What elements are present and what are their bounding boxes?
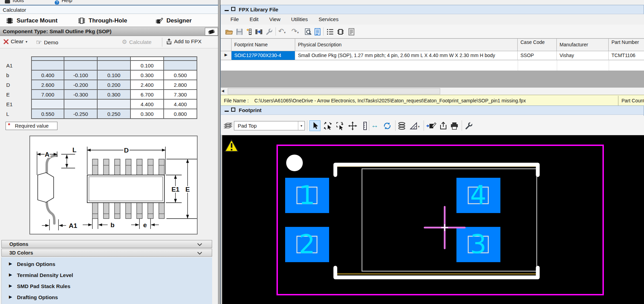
dim-cell[interactable]: 7.300	[164, 90, 197, 100]
pin1-marker[interactable]	[286, 155, 303, 171]
dim-cell[interactable]: 0.300	[98, 90, 131, 100]
dropdown-arrow-icon[interactable]: ▾	[298, 121, 305, 130]
dim-cell[interactable]	[64, 56, 98, 61]
dim-cell[interactable]	[131, 56, 164, 61]
cell-case-code[interactable]: SSOP	[518, 51, 557, 60]
view-report-button[interactable]	[314, 28, 322, 36]
section-3d-colors[interactable]: 3D Colors	[1, 249, 212, 257]
tree-item-smd-pad-stack[interactable]: ▶ SMD Pad Stack Rules	[2, 283, 212, 291]
multi-select-tool[interactable]	[323, 121, 332, 130]
minimize-icon[interactable]	[225, 10, 229, 11]
add-to-fpx-button[interactable]: Add to FPX	[166, 38, 201, 45]
import-part-button[interactable]	[255, 28, 263, 36]
dim-cell[interactable]	[64, 100, 98, 109]
rotate-tool[interactable]	[383, 121, 392, 130]
dim-cell[interactable]: 0.800	[164, 109, 197, 119]
menu-view[interactable]: View	[269, 16, 280, 25]
menu-edit[interactable]: Edit	[250, 16, 258, 25]
open-file-button[interactable]	[225, 28, 233, 36]
menu-help[interactable]: Help	[62, 0, 72, 3]
tab-designer[interactable]: Designer	[155, 16, 192, 25]
dim-cell[interactable]	[164, 56, 197, 61]
dim-cell[interactable]: -0.300	[64, 90, 98, 100]
dim-cell[interactable]	[98, 61, 131, 71]
dim-cell[interactable]: 6.700	[131, 90, 164, 100]
dim-cell[interactable]: 0.300	[131, 71, 164, 80]
courtyard-outline[interactable]	[277, 145, 603, 295]
print-preview-button[interactable]	[304, 28, 312, 36]
panel-splitter[interactable]	[218, 0, 220, 304]
expand-triangle-icon[interactable]: ▶	[9, 295, 12, 299]
expand-triangle-icon[interactable]: ▶	[9, 273, 12, 277]
redo-button[interactable]: ↷▾	[291, 27, 299, 35]
dim-cell[interactable]: 2.800	[164, 80, 197, 90]
warning-icon[interactable]	[225, 140, 238, 151]
dim-cell[interactable]: 2.400	[131, 80, 164, 90]
tab-through-hole[interactable]: Through-Hole	[78, 16, 127, 25]
menu-utilities[interactable]: Utilities	[291, 16, 308, 25]
dim-cell[interactable]: 0.250	[98, 109, 131, 119]
menu-file[interactable]: File	[230, 16, 239, 25]
list-view-button[interactable]	[326, 28, 334, 36]
cell-manufacturer[interactable]: Vishay	[557, 51, 609, 60]
cell-footprint-name[interactable]: SOIC127P700X230-4	[232, 51, 295, 60]
col-part-number[interactable]: Part Number	[609, 39, 644, 51]
minimize-icon[interactable]	[225, 111, 229, 112]
row-selector[interactable]: ▶	[221, 51, 232, 60]
component-picker-button[interactable]	[205, 28, 218, 36]
tree-item-drafting-options[interactable]: ▶ Drafting Options	[2, 294, 212, 302]
clear-button[interactable]: Clear ▾	[3, 38, 27, 45]
demo-button[interactable]: ☞ Demo	[36, 38, 58, 46]
dim-cell[interactable]	[164, 61, 197, 71]
edit-footprint-tool[interactable]	[426, 121, 437, 130]
dim-cell[interactable]	[31, 56, 64, 61]
dim-cell[interactable]	[64, 61, 98, 71]
clear-dropdown-caret[interactable]: ▾	[26, 40, 27, 44]
col-manufacturer[interactable]: Manufacturer	[557, 39, 609, 51]
section-options[interactable]: Options	[1, 240, 212, 248]
dim-cell[interactable]: 0.100	[98, 71, 131, 80]
dim-cell[interactable]: -0.250	[64, 109, 98, 119]
angle-tool[interactable]: ▾	[409, 121, 421, 130]
dim-cell[interactable]: 0.300	[131, 109, 164, 119]
col-footprint-name[interactable]: Footprint Name	[232, 39, 295, 51]
dim-cell[interactable]	[98, 100, 131, 109]
menu-services[interactable]: Services	[319, 16, 339, 25]
dim-cell[interactable]: -0.200	[64, 80, 98, 90]
tree-item-design-options[interactable]: ▶ Design Options	[2, 260, 212, 269]
layer-stack-tool[interactable]	[397, 121, 406, 130]
tab-surface-mount[interactable]: Surface Mount	[6, 16, 57, 25]
col-physical-description[interactable]: Physical Description	[295, 39, 518, 51]
datasheet-button[interactable]	[347, 28, 356, 36]
dim-cell[interactable]	[98, 56, 131, 61]
move-tool[interactable]	[348, 121, 357, 130]
expand-triangle-icon[interactable]: ▶	[9, 284, 12, 288]
settings-wrench-tool[interactable]	[464, 121, 473, 130]
expand-triangle-icon[interactable]: ▶	[9, 261, 12, 266]
measure-tool[interactable]	[361, 121, 370, 130]
new-part-button[interactable]: ★	[246, 28, 254, 36]
dim-cell[interactable]: -0.100	[64, 71, 98, 80]
layer-selector[interactable]: Pad Top ▾	[234, 121, 305, 130]
dim-cell[interactable]: 7.000	[31, 90, 64, 100]
dim-cell[interactable]: 0.500	[164, 71, 197, 80]
dim-cell[interactable]: 0.200	[98, 80, 131, 90]
tree-item-terminal-density[interactable]: ▶ Terminal Density Level	[2, 271, 212, 280]
print-tool[interactable]	[450, 121, 459, 130]
dim-cell[interactable]	[31, 100, 64, 109]
cell-physical-description[interactable]: Small Outline Pkg (SOP), 1.27 mm pitch; …	[295, 51, 518, 60]
maximize-icon[interactable]	[231, 108, 235, 112]
tools-wrench-button[interactable]	[265, 28, 273, 36]
col-case-code[interactable]: Case Code	[518, 39, 557, 51]
cell-part-number[interactable]: TCMT1106	[609, 51, 644, 60]
dim-cell[interactable]: 4.400	[164, 100, 197, 109]
horizontal-scrollbar[interactable]: ◀	[221, 87, 644, 95]
dim-cell[interactable]: 0.550	[31, 109, 64, 119]
flip-horizontal-tool[interactable]: ↔	[371, 121, 379, 130]
dim-cell[interactable]: 0.100	[131, 61, 164, 71]
scroll-left-arrow-icon[interactable]: ◀	[221, 89, 224, 93]
component-view-button[interactable]	[336, 28, 345, 36]
dim-cell[interactable]: 0.400	[31, 71, 64, 80]
export-tool[interactable]	[439, 121, 448, 130]
footprint-canvas[interactable]: 1 2 4 3	[221, 135, 644, 304]
